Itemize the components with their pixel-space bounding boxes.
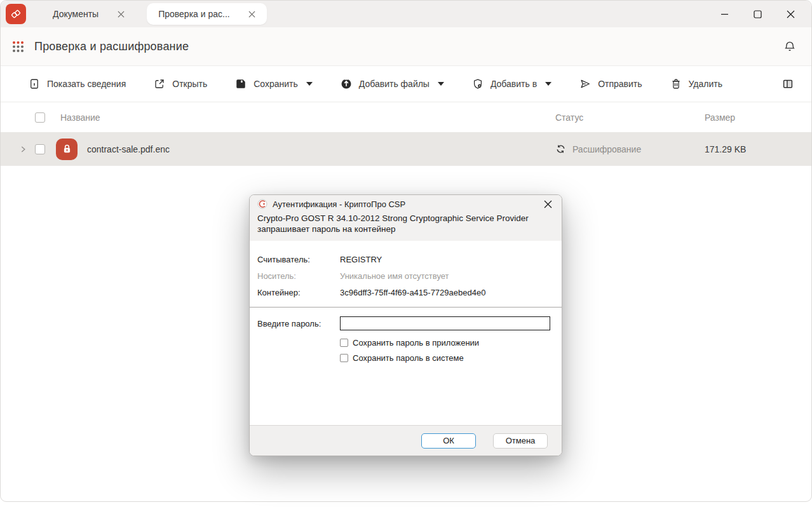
- maximize-button[interactable]: [750, 7, 764, 21]
- send-icon: [579, 78, 591, 90]
- status-text: Расшифрование: [572, 144, 641, 154]
- column-name: Название: [60, 112, 100, 123]
- row-expander-chevron-icon[interactable]: [18, 145, 35, 154]
- open-button[interactable]: Открыть: [154, 78, 207, 90]
- side-panel-toggle-icon[interactable]: [782, 78, 794, 90]
- dialog-title: Аутентификация - КриптоПро CSP: [273, 199, 536, 209]
- chevron-down-icon: [545, 82, 551, 86]
- container-label: Контейнер:: [257, 288, 340, 297]
- shield-add-icon: [472, 78, 484, 90]
- reader-label: Считыватель:: [257, 255, 340, 264]
- dialog-close-icon[interactable]: [541, 198, 554, 210]
- file-size: 171.29 KB: [705, 144, 746, 154]
- save-password-app-label: Сохранить пароль в приложении: [353, 338, 479, 348]
- show-details-button[interactable]: Показать сведения: [29, 78, 126, 90]
- status-spinner-icon: [555, 144, 566, 154]
- tab-verify-decrypt-close-icon[interactable]: [247, 8, 258, 20]
- cryptopro-logo-icon: [257, 199, 267, 209]
- toolbar: Показать сведения Открыть Сохранить: [1, 65, 811, 102]
- tab-verify-decrypt-label: Проверка и рас...: [158, 9, 230, 19]
- tab-documents-label: Документы: [53, 9, 98, 19]
- info-document-icon: [29, 78, 40, 90]
- tab-documents[interactable]: Документы: [35, 3, 135, 25]
- save-floppy-icon: [235, 78, 247, 90]
- send-button[interactable]: Отправить: [579, 78, 642, 90]
- app-header: Проверка и расшифрование: [1, 27, 811, 65]
- cryptopro-auth-dialog: Аутентификация - КриптоПро CSP Crypto-Pr…: [249, 194, 562, 456]
- save-password-app-checkbox[interactable]: Сохранить пароль в приложении: [340, 338, 554, 348]
- minimize-button[interactable]: [717, 7, 731, 21]
- save-password-system-label: Сохранить пароль в системе: [353, 353, 464, 363]
- app-logo-icon[interactable]: [6, 4, 26, 24]
- table-header: Название Статус Размер: [1, 102, 811, 132]
- window-controls: [717, 7, 811, 21]
- delete-button[interactable]: Удалить: [670, 78, 722, 90]
- password-section: Введите пароль: Сохранить пароль в прило…: [250, 308, 562, 363]
- add-to-label: Добавить в: [491, 79, 537, 89]
- container-value: 3c96dff3-75ff-4f69-a415-7729aebed4e0: [340, 288, 485, 297]
- add-to-button[interactable]: Добавить в: [472, 78, 551, 90]
- open-external-icon: [154, 78, 165, 90]
- open-label: Открыть: [172, 79, 207, 89]
- notifications-bell-icon[interactable]: [783, 40, 796, 53]
- checkbox-icon[interactable]: [340, 339, 348, 347]
- tab-verify-decrypt[interactable]: Проверка и рас...: [147, 3, 267, 25]
- dialog-message: Crypto-Pro GOST R 34.10-2012 Strong Cryp…: [257, 213, 554, 234]
- cancel-button[interactable]: Отмена: [493, 433, 548, 449]
- close-button[interactable]: [783, 7, 797, 21]
- delete-label: Удалить: [689, 79, 722, 89]
- send-label: Отправить: [598, 79, 642, 89]
- app-window: Документы Проверка и рас...: [0, 0, 812, 502]
- trash-icon: [670, 78, 682, 90]
- save-password-system-checkbox[interactable]: Сохранить пароль в системе: [340, 353, 554, 363]
- media-value: Уникальное имя отсутствует: [340, 271, 449, 281]
- reader-value: REGISTRY: [340, 255, 382, 264]
- encrypted-file-lock-icon: [56, 139, 78, 160]
- chevron-down-icon: [438, 82, 444, 86]
- save-label: Сохранить: [254, 79, 298, 89]
- table-row[interactable]: contract-sale.pdf.enc Расшифрование 171.…: [1, 132, 811, 166]
- apps-grid-icon[interactable]: [12, 41, 24, 53]
- add-files-label: Добавить файлы: [359, 79, 430, 89]
- row-checkbox[interactable]: [35, 144, 45, 154]
- upload-icon: [341, 78, 352, 90]
- password-label: Введите пароль:: [257, 319, 340, 328]
- password-input[interactable]: [340, 316, 550, 330]
- tab-bar: Документы Проверка и рас...: [1, 1, 811, 27]
- media-label: Носитель:: [257, 271, 340, 281]
- page-title: Проверка и расшифрование: [34, 40, 189, 53]
- dialog-footer: ОК Отмена: [250, 425, 562, 456]
- column-status: Статус: [555, 112, 583, 123]
- ok-button[interactable]: ОК: [421, 433, 476, 449]
- chevron-down-icon: [306, 82, 313, 86]
- column-size: Размер: [705, 112, 735, 123]
- dialog-fields: Считыватель: REGISTRY Носитель: Уникальн…: [250, 241, 562, 301]
- select-all-checkbox[interactable]: [35, 112, 45, 123]
- tab-documents-close-icon[interactable]: [115, 8, 126, 20]
- add-files-button[interactable]: Добавить файлы: [341, 78, 444, 90]
- show-details-label: Показать сведения: [47, 79, 126, 89]
- dialog-header: Аутентификация - КриптоПро CSP Crypto-Pr…: [250, 195, 562, 241]
- checkbox-icon[interactable]: [340, 354, 348, 362]
- save-button[interactable]: Сохранить: [235, 78, 313, 90]
- file-name: contract-sale.pdf.enc: [87, 144, 170, 154]
